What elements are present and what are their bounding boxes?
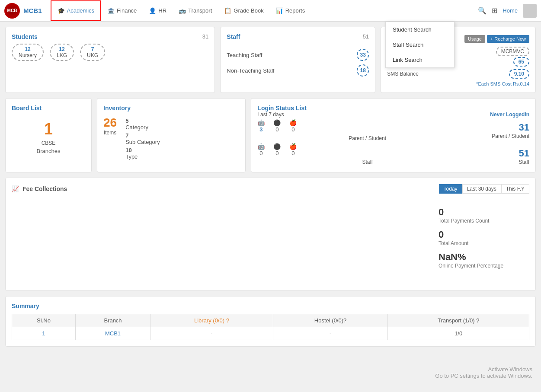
- nav-hr-label: HR: [158, 7, 166, 14]
- last7-label: Last 7 days: [257, 112, 477, 118]
- type-row: 10 Type: [125, 147, 239, 160]
- nan-label: Online Payment Percentage: [439, 263, 525, 269]
- user-avatar[interactable]: [523, 4, 537, 18]
- staff-card-title: Staff: [227, 33, 240, 40]
- col-branch: Branch: [75, 314, 150, 327]
- inventory-items: 26 Items: [103, 116, 117, 162]
- type-label: Type: [125, 153, 138, 160]
- login-cols: Last 7 days 🤖 3 ⚫ 0 🍎 0: [257, 112, 529, 166]
- sms-recharge-button[interactable]: + Recharge Now: [487, 35, 529, 43]
- teaching-staff-count: 33: [357, 49, 369, 61]
- dot-icon-staff: ⚫: [273, 143, 281, 150]
- fee-header: 📈 Fee Collections Today Last 30 days Thi…: [12, 184, 529, 194]
- board-cbse: CBSE: [12, 140, 85, 146]
- hr-icon: 👤: [149, 7, 156, 14]
- sms-balance-row: SMS Balance 9.10: [387, 69, 529, 79]
- nav-item-transport[interactable]: 🚌 Transport: [173, 1, 218, 20]
- nav-items: 🎓 Academics 🏦 Finance 👤 HR 🚌 Transport 📋…: [51, 0, 478, 21]
- nav-item-finance[interactable]: 🏦 Finance: [101, 1, 143, 20]
- non-teaching-staff-count: 18: [357, 64, 369, 76]
- board-count: 1: [12, 120, 85, 138]
- staff-card-header: Staff 51: [227, 33, 369, 40]
- nursery-label: Nursery: [19, 52, 37, 58]
- fee-stats: 0 Total Payments Count 0 Total Amount Na…: [434, 198, 529, 284]
- staff-card: Staff 51 Teaching Staff 33 Non-Teaching …: [220, 27, 375, 93]
- staff-dot-cell: ⚫ 0: [273, 143, 281, 156]
- ukg-label: UKG: [87, 52, 98, 58]
- staff-total-count: 51: [363, 33, 369, 40]
- parent-never-count: 31: [477, 122, 529, 133]
- search-button[interactable]: 🔍: [478, 6, 487, 15]
- badge-nursery[interactable]: 12 Nursery: [12, 44, 44, 61]
- staff-never-count: 51: [477, 148, 529, 159]
- parent-section-label: Parent / Student: [257, 135, 477, 141]
- academics-icon: 🎓: [58, 7, 65, 14]
- non-teaching-staff-row: Non-Teaching Staff 18: [227, 64, 369, 76]
- parent-apple-count: 0: [289, 126, 297, 133]
- home-link[interactable]: Home: [503, 7, 518, 14]
- parent-dot-cell: ⚫ 0: [273, 119, 281, 133]
- parent-dot-count: 0: [273, 126, 281, 133]
- students-total-count: 31: [202, 33, 208, 40]
- nav-item-reports[interactable]: 📊 Reports: [270, 1, 311, 20]
- col-transport: Transport (1/0) ?: [388, 314, 529, 327]
- transport-icon: 🚌: [179, 7, 186, 14]
- staff-dot-count: 0: [273, 150, 281, 156]
- fee-tab-thisfy[interactable]: This F.Y: [501, 184, 529, 194]
- subcategory-label: Sub Category: [125, 139, 160, 145]
- dropdown-link-search[interactable]: Link Search: [386, 52, 454, 67]
- fee-card: 📈 Fee Collections Today Last 30 days Thi…: [5, 178, 536, 291]
- parent-apple-cell: 🍎 0: [289, 119, 297, 133]
- total-amount: 0: [439, 229, 525, 240]
- sms-code-badge: MCBMVC: [496, 47, 529, 56]
- total-payments-count: 0: [439, 207, 525, 218]
- android-icon-parent: 🤖: [257, 119, 265, 126]
- gradebook-icon: 📋: [224, 7, 231, 14]
- badge-lkg[interactable]: 12 LKG: [50, 44, 74, 61]
- apple-icon-parent: 🍎: [289, 119, 297, 126]
- students-card: Students 31 12 Nursery 12 LKG 7 UKG: [5, 27, 215, 93]
- fee-chart-area: [12, 198, 434, 284]
- reports-icon: 📊: [276, 7, 283, 14]
- parent-icons-row: 🤖 3 ⚫ 0 🍎 0: [257, 119, 477, 133]
- row-branch[interactable]: MCB1: [75, 327, 150, 340]
- fee-tab-today[interactable]: Today: [439, 184, 462, 194]
- students-card-title: Students: [12, 33, 38, 40]
- main-content: Students 31 12 Nursery 12 LKG 7 UKG: [0, 22, 541, 352]
- nursery-count: 12: [19, 46, 37, 52]
- parent-android-cell: 🤖 3: [257, 119, 265, 133]
- category-row: 5 Category: [125, 118, 239, 131]
- nav-item-academics[interactable]: 🎓 Academics: [51, 0, 102, 21]
- row-library: -: [150, 327, 273, 340]
- sms-balance-label: SMS Balance: [387, 71, 419, 77]
- summary-header-row: Sl.No Branch Library (0/0) ? Hostel (0/0…: [12, 314, 529, 327]
- non-teaching-staff-label: Non-Teaching Staff: [227, 67, 274, 74]
- badge-ukg[interactable]: 7 UKG: [80, 44, 105, 61]
- fee-title-text: Fee Collections: [22, 185, 67, 192]
- sms-usage-button[interactable]: Usage: [464, 35, 485, 43]
- fee-tabs: Today Last 30 days This F.Y: [439, 184, 529, 194]
- total-amount-label: Total Amount: [439, 240, 525, 246]
- dropdown-student-search[interactable]: Student Search: [386, 22, 454, 37]
- category-number: 5: [125, 118, 239, 124]
- fee-tab-last30[interactable]: Last 30 days: [462, 184, 501, 194]
- dot-icon-parent: ⚫: [273, 119, 281, 126]
- nav-transport-label: Transport: [188, 7, 212, 14]
- grid-button[interactable]: ⊞: [492, 6, 497, 15]
- inventory-details: 5 Category 7 Sub Category 10 Type: [125, 116, 239, 162]
- col-slno: Sl.No: [12, 314, 76, 327]
- summary-table: Sl.No Branch Library (0/0) ? Hostel (0/0…: [12, 314, 529, 340]
- brand-logo-text: MCB: [7, 8, 17, 13]
- staff-apple-count: 0: [289, 150, 297, 156]
- staff-icons-row: 🤖 0 ⚫ 0 🍎 0: [257, 143, 477, 156]
- login-status-title: Login Status List: [257, 105, 307, 112]
- login-col-main: Last 7 days 🤖 3 ⚫ 0 🍎 0: [257, 112, 477, 166]
- nav-item-gradebook[interactable]: 📋 Grade Book: [218, 1, 269, 20]
- staff-never-sub: Staff: [477, 159, 529, 165]
- sms-buttons: Usage + Recharge Now: [464, 35, 529, 43]
- never-loggedin-label: Never Loggedin: [477, 112, 529, 118]
- sms-cost-note: *Each SMS Cost Rs.0.14: [387, 81, 529, 86]
- row-slno[interactable]: 1: [12, 327, 76, 340]
- nav-item-hr[interactable]: 👤 HR: [143, 1, 173, 20]
- dropdown-staff-search[interactable]: Staff Search: [386, 37, 454, 52]
